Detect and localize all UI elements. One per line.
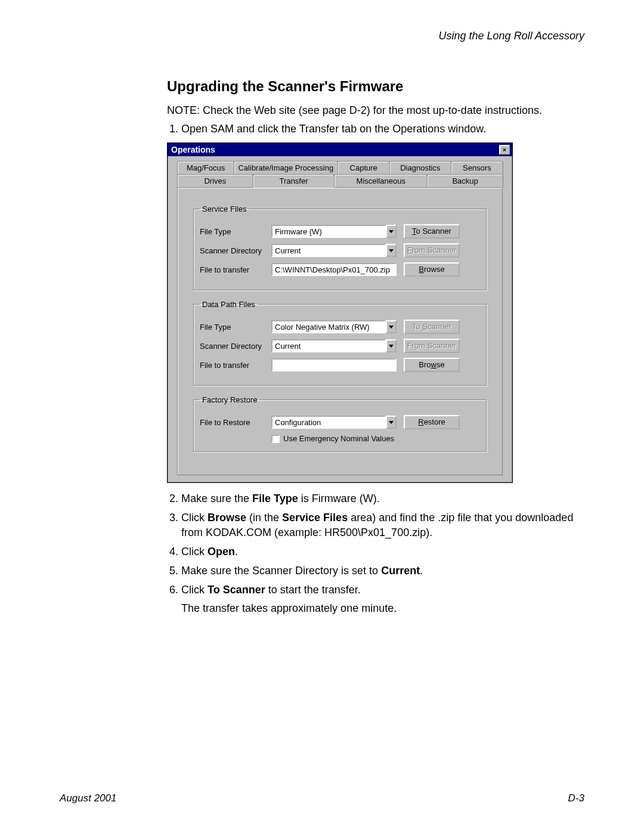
combo-datapath-scanner-dir[interactable]: Current bbox=[271, 339, 397, 352]
chevron-down-icon bbox=[389, 230, 394, 233]
step-6: Click To Scanner to start the transfer. … bbox=[181, 583, 584, 615]
label-service-file-transfer: File to transfer bbox=[200, 265, 268, 274]
group-factory-restore: Factory Restore File to Restore Configur… bbox=[193, 395, 487, 452]
tab-capture[interactable]: Capture bbox=[338, 161, 390, 174]
label-datapath-file-type: File Type bbox=[200, 323, 268, 332]
tab-sensors[interactable]: Sensors bbox=[451, 161, 503, 174]
tab-diagnostics[interactable]: Diagnostics bbox=[389, 161, 451, 174]
restore-button[interactable]: Restore bbox=[404, 415, 460, 429]
tab-panel-transfer: Service Files File Type Firmware (W) To … bbox=[177, 187, 503, 475]
step-6-note: The transfer takes approximately one min… bbox=[181, 601, 584, 615]
close-button[interactable]: × bbox=[499, 145, 510, 154]
page-title: Upgrading the Scanner's Firmware bbox=[167, 78, 584, 95]
from-scanner-button: From Scanner bbox=[404, 243, 460, 258]
footer-date: August 2001 bbox=[60, 792, 116, 804]
chevron-down-icon bbox=[389, 249, 394, 252]
dropdown-button[interactable] bbox=[386, 320, 397, 333]
combo-service-scanner-dir[interactable]: Current bbox=[271, 244, 397, 257]
combo-service-file-type[interactable]: Firmware (W) bbox=[271, 225, 397, 238]
tab-miscellaneous[interactable]: Miscellaneous bbox=[334, 174, 428, 187]
label-service-file-type: File Type bbox=[200, 227, 268, 236]
dropdown-button[interactable] bbox=[386, 416, 397, 429]
dropdown-button[interactable] bbox=[386, 225, 397, 238]
browse-button[interactable]: Browse bbox=[404, 262, 460, 277]
value-file-restore: Configuration bbox=[271, 416, 386, 429]
from-scanner-button: From Scanner bbox=[404, 339, 460, 353]
titlebar: Operations × bbox=[168, 143, 512, 156]
label-file-restore: File to Restore bbox=[200, 418, 268, 427]
chevron-down-icon bbox=[389, 326, 394, 329]
emergency-label: Use Emergency Nominal Values bbox=[283, 434, 394, 443]
tab-transfer[interactable]: Transfer bbox=[253, 174, 335, 188]
operations-window: Operations × Mag/Focus Calibrate/Image P… bbox=[167, 143, 513, 483]
dropdown-button[interactable] bbox=[386, 339, 397, 352]
chevron-down-icon bbox=[389, 345, 394, 348]
group-service-legend: Service Files bbox=[200, 205, 249, 213]
input-service-file-transfer[interactable]: C:\WINNT\Desktop\Px01_700.zip bbox=[271, 263, 397, 276]
footer-page: D-3 bbox=[568, 792, 584, 804]
step-4: Click Open. bbox=[181, 544, 584, 559]
step-1: Open SAM and click the Transfer tab on t… bbox=[181, 123, 584, 135]
browse-button[interactable]: Browse bbox=[404, 358, 460, 372]
label-service-scanner-dir: Scanner Directory bbox=[200, 246, 268, 255]
group-service-files: Service Files File Type Firmware (W) To … bbox=[193, 205, 487, 290]
label-datapath-file-transfer: File to transfer bbox=[200, 361, 268, 370]
value-datapath-file-type: Color Negative Matrix (RW) bbox=[271, 320, 386, 333]
combo-file-restore[interactable]: Configuration bbox=[271, 416, 397, 429]
group-data-path-files: Data Path Files File Type Color Negative… bbox=[193, 300, 487, 386]
group-factory-legend: Factory Restore bbox=[200, 395, 259, 404]
close-icon: × bbox=[503, 146, 506, 153]
combo-datapath-file-type[interactable]: Color Negative Matrix (RW) bbox=[271, 320, 397, 333]
step-5: Make sure the Scanner Directory is set t… bbox=[181, 563, 584, 578]
tab-mag-focus[interactable]: Mag/Focus bbox=[177, 161, 234, 174]
value-service-scanner-dir: Current bbox=[271, 244, 386, 257]
value-service-file-transfer: C:\WINNT\Desktop\Px01_700.zip bbox=[271, 263, 397, 276]
value-service-file-type: Firmware (W) bbox=[271, 225, 386, 238]
value-datapath-file-transfer bbox=[271, 358, 397, 371]
label-datapath-scanner-dir: Scanner Directory bbox=[200, 342, 268, 351]
dropdown-button[interactable] bbox=[386, 244, 397, 257]
step-2: Make sure the File Type is Firmware (W). bbox=[181, 491, 584, 506]
window-title: Operations bbox=[170, 145, 215, 154]
header-section: Using the Long Roll Accessory bbox=[60, 30, 584, 42]
value-datapath-scanner-dir: Current bbox=[271, 339, 386, 352]
tab-calibrate[interactable]: Calibrate/Image Processing bbox=[234, 161, 338, 174]
step-3: Click Browse (in the Service Files area)… bbox=[181, 510, 584, 540]
input-datapath-file-transfer[interactable] bbox=[271, 358, 397, 371]
note-text: NOTE: Check the Web site (see page D-2) … bbox=[167, 104, 584, 117]
to-scanner-button[interactable]: To Scanner bbox=[404, 224, 460, 239]
chevron-down-icon bbox=[389, 421, 394, 424]
to-scanner-button: To Scanner bbox=[404, 320, 460, 334]
tab-drives[interactable]: Drives bbox=[177, 174, 253, 187]
tab-backup[interactable]: Backup bbox=[427, 174, 503, 187]
emergency-checkbox[interactable] bbox=[271, 435, 280, 443]
group-datapath-legend: Data Path Files bbox=[200, 300, 258, 309]
